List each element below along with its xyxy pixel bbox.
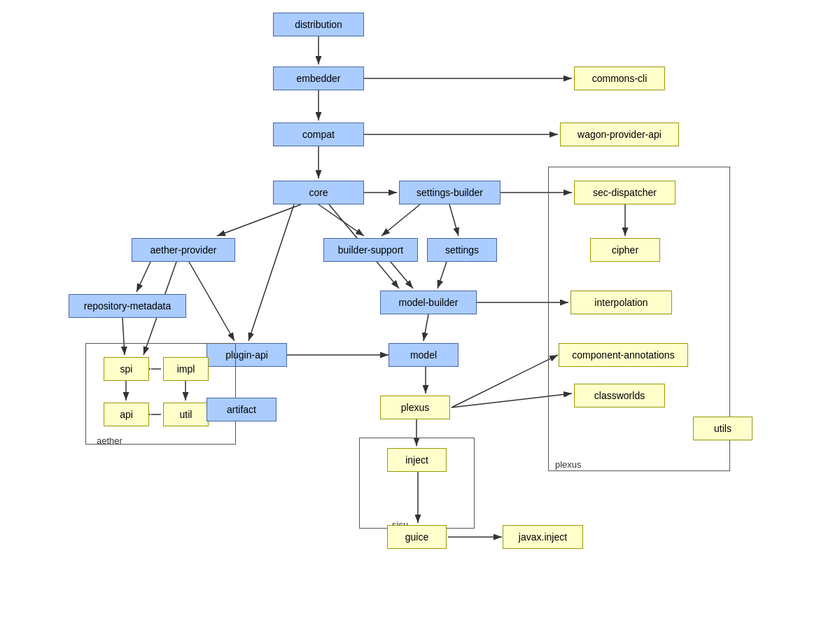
node-aether-provider: aether-provider (132, 238, 235, 262)
svg-line-8 (217, 204, 301, 236)
node-settings-builder: settings-builder (399, 181, 500, 204)
svg-line-11 (382, 204, 420, 236)
node-inject: inject (387, 448, 447, 472)
node-wagon-provider-api: wagon-provider-api (560, 123, 679, 146)
node-api: api (104, 403, 149, 426)
node-embedder: embedder (273, 67, 364, 90)
node-model-builder: model-builder (380, 291, 477, 314)
group-plexus-label: plexus (555, 459, 582, 470)
node-settings: settings (427, 238, 497, 262)
node-util: util (163, 403, 209, 426)
node-compat: compat (273, 123, 364, 146)
svg-line-23 (451, 355, 558, 407)
svg-line-12 (449, 204, 458, 236)
node-repository-metadata: repository-metadata (69, 294, 186, 318)
node-utils: utils (693, 417, 752, 440)
node-commons-cli: commons-cli (574, 67, 665, 90)
svg-line-9 (318, 204, 364, 236)
svg-line-18 (189, 262, 234, 341)
node-guice: guice (387, 525, 447, 549)
node-javax-inject: javax.inject (503, 525, 583, 549)
svg-line-16 (438, 262, 447, 288)
node-spi: spi (104, 357, 149, 381)
node-artifact: artifact (206, 398, 276, 421)
svg-line-15 (391, 262, 413, 288)
group-aether-label: aether (97, 435, 122, 446)
node-impl: impl (163, 357, 209, 381)
node-plexus: plexus (380, 396, 450, 419)
node-model: model (388, 343, 458, 367)
svg-line-20 (248, 204, 294, 341)
svg-line-14 (424, 314, 428, 341)
svg-line-17 (136, 262, 150, 292)
node-distribution: distribution (273, 13, 364, 36)
node-core: core (273, 181, 364, 204)
diagram: distribution embedder commons-cli compat… (0, 0, 840, 621)
node-builder-support: builder-support (323, 238, 418, 262)
